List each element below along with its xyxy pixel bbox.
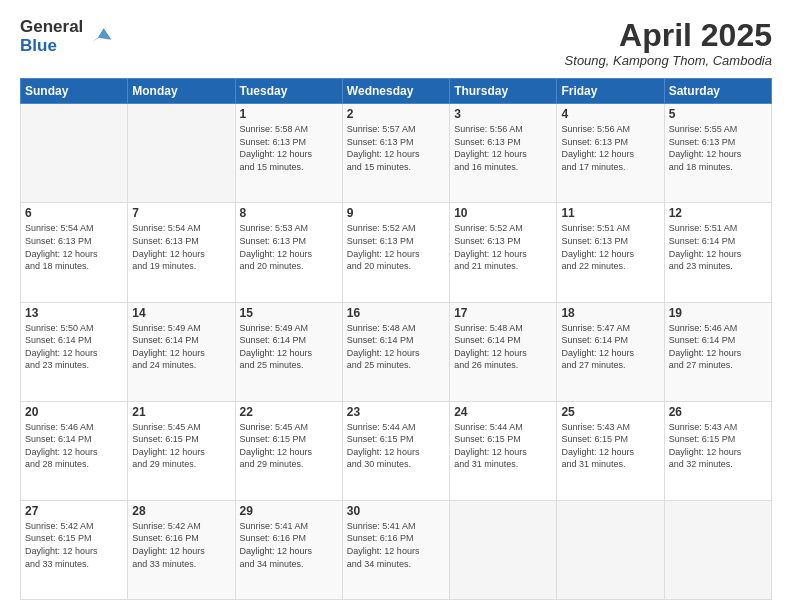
calendar-cell: 14Sunrise: 5:49 AM Sunset: 6:14 PM Dayli… <box>128 302 235 401</box>
day-number: 8 <box>240 206 338 220</box>
day-info: Sunrise: 5:46 AM Sunset: 6:14 PM Dayligh… <box>25 421 123 471</box>
day-info: Sunrise: 5:46 AM Sunset: 6:14 PM Dayligh… <box>669 322 767 372</box>
calendar-cell: 22Sunrise: 5:45 AM Sunset: 6:15 PM Dayli… <box>235 401 342 500</box>
calendar-cell: 24Sunrise: 5:44 AM Sunset: 6:15 PM Dayli… <box>450 401 557 500</box>
day-number: 18 <box>561 306 659 320</box>
day-number: 10 <box>454 206 552 220</box>
day-info: Sunrise: 5:45 AM Sunset: 6:15 PM Dayligh… <box>132 421 230 471</box>
calendar-cell: 7Sunrise: 5:54 AM Sunset: 6:13 PM Daylig… <box>128 203 235 302</box>
title-block: April 2025 Stoung, Kampong Thom, Cambodi… <box>565 18 772 68</box>
day-number: 29 <box>240 504 338 518</box>
day-number: 30 <box>347 504 445 518</box>
calendar-week-1: 1Sunrise: 5:58 AM Sunset: 6:13 PM Daylig… <box>21 104 772 203</box>
day-info: Sunrise: 5:55 AM Sunset: 6:13 PM Dayligh… <box>669 123 767 173</box>
col-tuesday: Tuesday <box>235 79 342 104</box>
day-number: 15 <box>240 306 338 320</box>
calendar-cell: 23Sunrise: 5:44 AM Sunset: 6:15 PM Dayli… <box>342 401 449 500</box>
calendar-cell: 27Sunrise: 5:42 AM Sunset: 6:15 PM Dayli… <box>21 500 128 599</box>
calendar-cell: 3Sunrise: 5:56 AM Sunset: 6:13 PM Daylig… <box>450 104 557 203</box>
calendar-cell: 12Sunrise: 5:51 AM Sunset: 6:14 PM Dayli… <box>664 203 771 302</box>
logo-blue: Blue <box>20 37 83 56</box>
col-thursday: Thursday <box>450 79 557 104</box>
calendar-cell <box>664 500 771 599</box>
calendar-cell <box>557 500 664 599</box>
col-saturday: Saturday <box>664 79 771 104</box>
calendar-cell: 6Sunrise: 5:54 AM Sunset: 6:13 PM Daylig… <box>21 203 128 302</box>
header: General Blue April 2025 Stoung, Kampong … <box>20 18 772 68</box>
day-info: Sunrise: 5:56 AM Sunset: 6:13 PM Dayligh… <box>561 123 659 173</box>
logo: General Blue <box>20 18 113 55</box>
svg-marker-1 <box>98 28 111 39</box>
calendar-cell: 9Sunrise: 5:52 AM Sunset: 6:13 PM Daylig… <box>342 203 449 302</box>
day-info: Sunrise: 5:43 AM Sunset: 6:15 PM Dayligh… <box>561 421 659 471</box>
day-info: Sunrise: 5:47 AM Sunset: 6:14 PM Dayligh… <box>561 322 659 372</box>
day-info: Sunrise: 5:41 AM Sunset: 6:16 PM Dayligh… <box>347 520 445 570</box>
calendar-cell: 5Sunrise: 5:55 AM Sunset: 6:13 PM Daylig… <box>664 104 771 203</box>
day-number: 12 <box>669 206 767 220</box>
day-number: 6 <box>25 206 123 220</box>
day-number: 13 <box>25 306 123 320</box>
day-info: Sunrise: 5:43 AM Sunset: 6:15 PM Dayligh… <box>669 421 767 471</box>
day-number: 7 <box>132 206 230 220</box>
day-info: Sunrise: 5:45 AM Sunset: 6:15 PM Dayligh… <box>240 421 338 471</box>
calendar-cell: 26Sunrise: 5:43 AM Sunset: 6:15 PM Dayli… <box>664 401 771 500</box>
calendar-cell: 10Sunrise: 5:52 AM Sunset: 6:13 PM Dayli… <box>450 203 557 302</box>
day-number: 26 <box>669 405 767 419</box>
day-info: Sunrise: 5:41 AM Sunset: 6:16 PM Dayligh… <box>240 520 338 570</box>
calendar-cell: 11Sunrise: 5:51 AM Sunset: 6:13 PM Dayli… <box>557 203 664 302</box>
calendar-cell: 25Sunrise: 5:43 AM Sunset: 6:15 PM Dayli… <box>557 401 664 500</box>
day-info: Sunrise: 5:42 AM Sunset: 6:16 PM Dayligh… <box>132 520 230 570</box>
title-location: Stoung, Kampong Thom, Cambodia <box>565 53 772 68</box>
day-number: 25 <box>561 405 659 419</box>
col-wednesday: Wednesday <box>342 79 449 104</box>
day-info: Sunrise: 5:44 AM Sunset: 6:15 PM Dayligh… <box>347 421 445 471</box>
day-number: 23 <box>347 405 445 419</box>
day-number: 17 <box>454 306 552 320</box>
calendar-cell: 18Sunrise: 5:47 AM Sunset: 6:14 PM Dayli… <box>557 302 664 401</box>
day-number: 9 <box>347 206 445 220</box>
calendar-cell: 29Sunrise: 5:41 AM Sunset: 6:16 PM Dayli… <box>235 500 342 599</box>
page: General Blue April 2025 Stoung, Kampong … <box>0 0 792 612</box>
col-friday: Friday <box>557 79 664 104</box>
calendar-cell: 16Sunrise: 5:48 AM Sunset: 6:14 PM Dayli… <box>342 302 449 401</box>
day-number: 14 <box>132 306 230 320</box>
day-number: 22 <box>240 405 338 419</box>
calendar-cell: 2Sunrise: 5:57 AM Sunset: 6:13 PM Daylig… <box>342 104 449 203</box>
calendar-cell: 13Sunrise: 5:50 AM Sunset: 6:14 PM Dayli… <box>21 302 128 401</box>
day-number: 2 <box>347 107 445 121</box>
calendar-week-5: 27Sunrise: 5:42 AM Sunset: 6:15 PM Dayli… <box>21 500 772 599</box>
day-number: 11 <box>561 206 659 220</box>
day-info: Sunrise: 5:50 AM Sunset: 6:14 PM Dayligh… <box>25 322 123 372</box>
calendar-cell: 21Sunrise: 5:45 AM Sunset: 6:15 PM Dayli… <box>128 401 235 500</box>
day-info: Sunrise: 5:52 AM Sunset: 6:13 PM Dayligh… <box>347 222 445 272</box>
calendar-table: Sunday Monday Tuesday Wednesday Thursday… <box>20 78 772 600</box>
calendar-week-4: 20Sunrise: 5:46 AM Sunset: 6:14 PM Dayli… <box>21 401 772 500</box>
calendar-cell <box>128 104 235 203</box>
calendar-cell: 1Sunrise: 5:58 AM Sunset: 6:13 PM Daylig… <box>235 104 342 203</box>
day-number: 16 <box>347 306 445 320</box>
title-month: April 2025 <box>565 18 772 53</box>
day-number: 19 <box>669 306 767 320</box>
calendar-header: Sunday Monday Tuesday Wednesday Thursday… <box>21 79 772 104</box>
logo-general: General <box>20 18 83 37</box>
day-info: Sunrise: 5:51 AM Sunset: 6:14 PM Dayligh… <box>669 222 767 272</box>
calendar-week-3: 13Sunrise: 5:50 AM Sunset: 6:14 PM Dayli… <box>21 302 772 401</box>
day-number: 5 <box>669 107 767 121</box>
day-info: Sunrise: 5:44 AM Sunset: 6:15 PM Dayligh… <box>454 421 552 471</box>
calendar-week-2: 6Sunrise: 5:54 AM Sunset: 6:13 PM Daylig… <box>21 203 772 302</box>
col-sunday: Sunday <box>21 79 128 104</box>
calendar-cell: 30Sunrise: 5:41 AM Sunset: 6:16 PM Dayli… <box>342 500 449 599</box>
day-info: Sunrise: 5:49 AM Sunset: 6:14 PM Dayligh… <box>132 322 230 372</box>
calendar-cell <box>21 104 128 203</box>
day-info: Sunrise: 5:52 AM Sunset: 6:13 PM Dayligh… <box>454 222 552 272</box>
calendar-cell <box>450 500 557 599</box>
calendar-cell: 20Sunrise: 5:46 AM Sunset: 6:14 PM Dayli… <box>21 401 128 500</box>
day-info: Sunrise: 5:53 AM Sunset: 6:13 PM Dayligh… <box>240 222 338 272</box>
logo-text: General Blue <box>20 18 83 55</box>
day-info: Sunrise: 5:48 AM Sunset: 6:14 PM Dayligh… <box>454 322 552 372</box>
col-monday: Monday <box>128 79 235 104</box>
calendar-body: 1Sunrise: 5:58 AM Sunset: 6:13 PM Daylig… <box>21 104 772 600</box>
calendar-cell: 8Sunrise: 5:53 AM Sunset: 6:13 PM Daylig… <box>235 203 342 302</box>
day-number: 4 <box>561 107 659 121</box>
day-number: 28 <box>132 504 230 518</box>
